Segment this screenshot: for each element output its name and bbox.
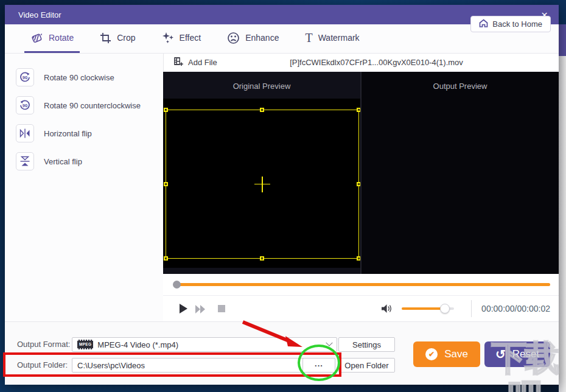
crop-handle-bottom-left[interactable] [164, 256, 168, 261]
check-icon: ✔ [425, 348, 438, 360]
palette-icon [227, 32, 240, 44]
output-format-dropdown[interactable]: MPEG MPEG-4 Video (*.mp4) [72, 337, 337, 352]
tab-label: Rotate [49, 33, 74, 43]
output-format-value: MPEG-4 Video (*.mp4) [97, 340, 178, 349]
crop-handle-top-left[interactable] [164, 108, 168, 112]
seek-handle[interactable] [173, 281, 181, 289]
output-folder-input[interactable]: C:\Users\pc\Videos [72, 358, 335, 373]
sidebar [5, 54, 163, 321]
tab-rotate[interactable]: Rotate [24, 24, 80, 53]
reset-button[interactable]: ↺ Reset [484, 341, 550, 367]
mpeg-icon: MPEG [77, 340, 93, 350]
sidebar-item-label: Horizontal flip [44, 129, 92, 138]
sidebar-item-label: Rotate 90 clockwise [44, 73, 114, 82]
center-crosshair-icon [254, 184, 270, 185]
svg-text:90: 90 [23, 75, 27, 80]
tab-watermark[interactable]: T Watermark [299, 24, 365, 53]
add-file-label: Add File [188, 58, 217, 67]
output-folder-value: C:\Users\pc\Videos [77, 361, 145, 370]
loaded-filename: [P]fcCWIEkdlx07CFrP1...00KgvX0E010-4(1).… [267, 58, 486, 67]
volume-icon[interactable] [381, 304, 393, 316]
controls-divider [471, 300, 472, 317]
background-window-body [559, 56, 566, 392]
sidebar-item-vertical-flip[interactable]: Vertical flip [16, 152, 82, 170]
time-display: 00:00:00/00:00:02 [481, 304, 550, 313]
save-label: Save [444, 348, 468, 360]
svg-text:90: 90 [23, 103, 27, 108]
back-to-home-label: Back to Home [492, 19, 542, 29]
crop-handle-top-center[interactable] [260, 108, 264, 112]
tab-enhance[interactable]: Enhance [221, 24, 285, 53]
output-folder-label: Output Folder: [17, 360, 68, 369]
sparkles-icon [162, 32, 174, 44]
output-preview-title: Output Preview [362, 82, 559, 91]
ellipsis-icon: ... [315, 359, 323, 368]
crop-handle-middle-left[interactable] [164, 182, 168, 186]
tab-label: Watermark [318, 33, 360, 43]
sidebar-item-rotate-90-clockwise[interactable]: 90 Rotate 90 clockwise [16, 68, 114, 86]
save-button[interactable]: ✔ Save [413, 341, 480, 367]
reset-icon: ↺ [495, 348, 506, 360]
open-folder-button[interactable]: Open Folder [338, 358, 395, 373]
preview-area: Original Preview [163, 72, 559, 274]
browse-folder-button[interactable]: ... [302, 358, 335, 373]
add-file-icon [173, 57, 183, 68]
rotate-90-ccw-icon: 90 [16, 96, 34, 114]
volume-handle[interactable] [440, 304, 450, 313]
stop-button[interactable] [218, 305, 225, 312]
output-format-label: Output Format: [17, 340, 70, 349]
sidebar-item-horizontal-flip[interactable]: Horizontal flip [16, 124, 92, 142]
crop-icon [100, 32, 111, 44]
sidebar-item-rotate-90-counterclockwise[interactable]: 90 Rotate 90 counterclockwise [16, 96, 141, 114]
text-T-icon: T [305, 32, 312, 44]
reset-label: Reset [512, 348, 539, 360]
home-icon [479, 19, 488, 29]
sidebar-item-label: Rotate 90 counterclockwise [44, 101, 141, 110]
background-window-header [559, 24, 566, 56]
volume-fill [402, 307, 445, 310]
video-editor-window: Video Editor × Rotate Crop [5, 5, 559, 385]
seek-row [163, 274, 559, 295]
video-frame [163, 99, 360, 268]
transport-controls: 00:00:00/00:00:02 [163, 295, 559, 321]
tab-label: Enhance [245, 33, 279, 43]
crop-selection-box[interactable] [166, 110, 359, 259]
settings-button[interactable]: Settings [338, 337, 395, 352]
chevron-down-icon [326, 340, 332, 346]
sidebar-item-label: Vertical flip [44, 157, 82, 166]
tab-label: Effect [180, 33, 201, 43]
rotate-90-cw-icon: 90 [16, 68, 34, 86]
seek-bar[interactable] [174, 283, 550, 286]
window-title: Video Editor [18, 10, 61, 19]
vertical-flip-icon [16, 152, 34, 170]
file-bar: Add File [P]fcCWIEkdlx07CFrP1...00KgvX0E… [164, 54, 559, 72]
back-to-home-button[interactable]: Back to Home [470, 16, 551, 32]
add-file-button[interactable]: Add File [173, 57, 217, 68]
original-preview-title: Original Preview [163, 82, 360, 91]
fast-forward-button[interactable] [195, 304, 207, 317]
crop-handle-bottom-center[interactable] [260, 256, 264, 261]
tab-crop[interactable]: Crop [94, 24, 141, 53]
volume-slider[interactable] [402, 307, 454, 310]
original-preview-pane: Original Preview [163, 72, 360, 274]
play-button[interactable] [180, 304, 187, 313]
tab-effect[interactable]: Effect [156, 24, 208, 53]
rotate-icon [30, 32, 43, 44]
horizontal-flip-icon [16, 124, 34, 142]
tab-label: Crop [117, 33, 135, 43]
desktop: Video Editor × Rotate Crop [0, 0, 566, 392]
output-preview-pane: Output Preview [362, 72, 559, 274]
